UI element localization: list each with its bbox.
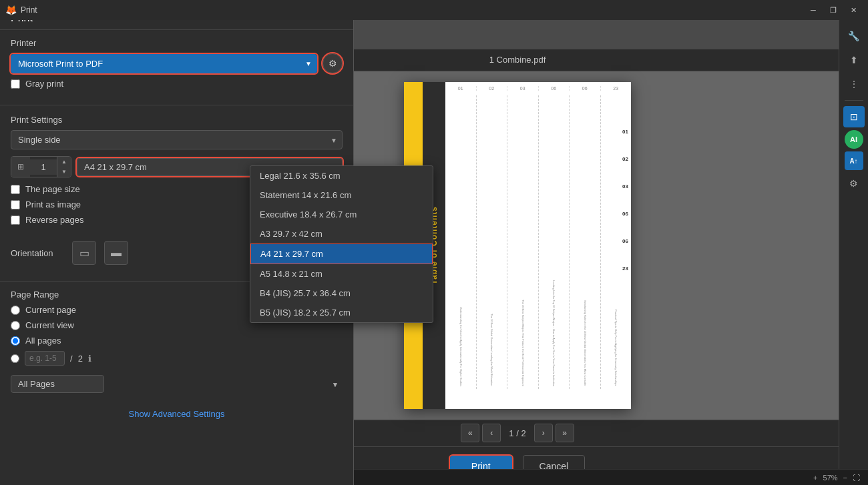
status-right: + 57% − ⛶ [813,474,860,482]
total-pages: 2 [78,354,83,364]
dropdown-item-legal[interactable]: Legal 21.6 x 35.6 cm [250,166,433,185]
first-page-button[interactable]: « [461,424,479,442]
next-page-button[interactable]: › [534,424,553,442]
page-filter-section: All Pages Odd pages Even pages ▼ [11,372,343,398]
right-ai-button[interactable]: AI [845,130,863,149]
page-indicator: 1 / 2 [503,428,531,438]
orientation-label: Orientation [11,248,64,258]
printer-section: Printer Microsoft Print to PDF ⚙ Gray pr… [0,30,353,102]
zoom-out-icon[interactable]: − [843,474,847,482]
reverse-pages-label: Reverse pages [25,215,83,225]
info-icon: ℹ [88,354,91,364]
print-as-image-checkbox[interactable] [11,200,20,209]
right-enhance-button[interactable]: ⊡ [843,106,865,127]
page-filter-wrapper[interactable]: All Pages Odd pages Even pages ▼ [11,375,343,393]
page-size-checkbox-label: The page size [25,184,80,194]
printer-select-wrapper[interactable]: Microsoft Print to PDF [11,54,317,73]
show-advanced-link[interactable]: Show Advanced Settings [0,404,353,424]
current-view-radio[interactable] [11,321,20,330]
dropdown-item-b5[interactable]: B5 (JIS) 18.2 x 25.7 cm [250,303,433,322]
right-more-button[interactable]: ⋮ [843,73,865,95]
print-as-image-label: Print as image [25,199,81,209]
right-sidebar: 🔧 ⬆ ⋮ ⊡ AI A↑ ⚙ [839,20,868,485]
pdf-page: Table of Contents 01 02 03 06 06 23 Unde… [404,82,631,409]
all-pages-radio[interactable] [11,336,20,346]
fullscreen-icon[interactable]: ⛶ [853,474,860,482]
single-side-select[interactable]: Single side Both sides - flip long Both … [11,130,343,149]
page-size-checkbox[interactable] [11,185,20,194]
titlebar-controls: ─ ❐ ✕ [804,3,863,17]
of-label: / [70,354,73,364]
last-page-button[interactable]: » [556,424,574,442]
dropdown-item-executive[interactable]: Executive 18.4 x 26.7 cm [250,205,433,224]
printer-label: Printer [11,38,343,48]
gray-print-label: Gray print [25,79,63,89]
foxreader-icon: 🦊 [5,5,17,15]
print-settings-label: Print Settings [11,108,343,125]
printer-settings-button[interactable]: ⚙ [322,53,343,73]
reverse-pages-checkbox[interactable] [11,215,20,225]
copies-decrement[interactable]: ▼ [57,167,71,177]
custom-range-input[interactable] [25,351,65,366]
copies-icon: ⊞ [11,157,30,177]
right-sidebar-divider [845,100,863,101]
title-text: Print [21,5,37,15]
page-columns: Understanding the Need to Apply Internat… [445,95,631,389]
all-pages-row: All pages [11,336,343,346]
page-right-numbers: 01 02 03 06 06 23 [622,129,628,272]
dropdown-item-a5[interactable]: A5 14.8 x 21 cm [250,264,433,284]
gray-print-checkbox[interactable] [11,79,20,89]
page-filter-select[interactable]: All Pages Odd pages Even pages [11,375,104,393]
printer-row: Microsoft Print to PDF ⚙ [11,53,343,73]
dropdown-item-statement[interactable]: Statement 14 x 21.6 cm [250,185,433,205]
zoom-level: 57% [823,474,838,482]
all-pages-label: All pages [25,336,61,346]
divider1 [0,105,353,105]
page-size-dropdown-overlay: Legal 21.6 x 35.6 cm Statement 14 x 21.6… [250,165,433,323]
restore-button[interactable]: ❐ [824,3,843,17]
minimize-button[interactable]: ─ [804,3,823,17]
zoom-in-icon[interactable]: + [813,474,817,482]
single-side-wrapper[interactable]: Single side Both sides - flip long Both … [11,130,343,149]
pdf-filename: 1 Combine.pdf [489,55,546,65]
current-page-radio[interactable] [11,306,20,315]
custom-radio[interactable] [11,354,19,363]
filter-chevron: ▼ [332,380,339,388]
portrait-button[interactable]: ▭ [72,241,96,265]
gray-print-row: Gray print [11,79,343,89]
close-button[interactable]: ✕ [844,3,863,17]
custom-row: / 2 ℹ [11,351,343,366]
printer-select[interactable]: Microsoft Print to PDF [11,54,317,73]
right-upload-button[interactable]: ⬆ [843,49,865,71]
copies-increment[interactable]: ▲ [57,157,71,167]
current-page-label: Current page [25,305,76,315]
titlebar: 🦊 Print ─ ❐ ✕ [0,0,868,20]
dropdown-item-a4[interactable]: A4 21 x 29.7 cm [250,244,433,264]
current-view-label: Current view [25,320,74,330]
right-sliders-button[interactable]: ⚙ [843,173,865,194]
copies-input-wrapper: ⊞ ▲ ▼ [11,156,71,177]
landscape-button[interactable]: ▬ [104,241,128,265]
prev-page-button[interactable]: ‹ [482,424,501,442]
dropdown-item-a3[interactable]: A3 29.7 x 42 cm [250,224,433,244]
dropdown-item-b4[interactable]: B4 (JIS) 25.7 x 36.4 cm [250,284,433,303]
right-az-button[interactable]: A↑ [845,151,863,170]
right-tools-button[interactable]: 🔧 [843,25,865,47]
titlebar-left: 🦊 Print [5,5,37,15]
copies-stepper: ▲ ▼ [57,157,71,177]
copies-input[interactable] [30,159,57,175]
page-col-numbers: 01 02 03 06 06 23 [445,86,631,91]
